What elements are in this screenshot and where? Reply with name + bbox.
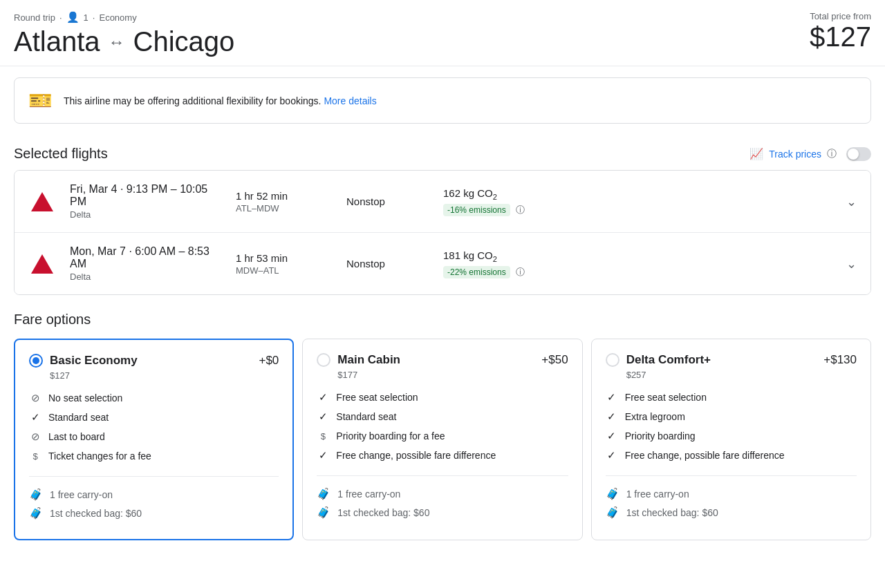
fare-card-header: Delta Comfort+ +$130: [606, 353, 857, 367]
expand-flight-icon[interactable]: ⌄: [846, 194, 857, 209]
track-prices-toggle[interactable]: [846, 147, 871, 161]
carry-on-text: 1 free carry-on: [626, 489, 689, 500]
checked-bag: 🧳 1st checked bag: $60: [29, 506, 279, 520]
feature-text: Standard seat: [48, 412, 109, 423]
feature-text: Free seat selection: [625, 392, 707, 403]
track-prices-icon: 📈: [749, 147, 763, 160]
toggle-knob: [848, 149, 859, 160]
checked-bag-text: 1st checked bag: $60: [337, 507, 429, 518]
fare-price-diff-comfort: +$130: [823, 353, 857, 367]
carry-on-bag: 🧳 1 free carry-on: [317, 487, 568, 500]
total-price-value: $127: [810, 21, 871, 53]
flight-emissions: 181 kg CO2 -22% emissions ⓘ: [443, 249, 832, 278]
time-separator: ·: [120, 183, 127, 195]
fare-divider: [317, 475, 568, 476]
fare-cards-container: Basic Economy +$0 $127 ⊘ No seat selecti…: [14, 339, 871, 540]
route-header: Atlanta ↔ Chicago: [14, 26, 234, 57]
fare-card-comfort[interactable]: Delta Comfort+ +$130 $257 ✓ Free seat se…: [591, 339, 871, 540]
selected-flights-title: Selected flights: [14, 146, 108, 162]
dollar-icon: $: [317, 430, 329, 442]
checked-bag-text: 1st checked bag: $60: [50, 508, 142, 519]
fare-feature: ✓ Extra legroom: [606, 410, 857, 423]
emissions-info-icon[interactable]: ⓘ: [516, 205, 525, 215]
total-price-label: Total price from: [810, 11, 871, 21]
fare-feature: $ Priority boarding for a fee: [317, 430, 568, 442]
feature-text: Priority boarding: [625, 430, 696, 442]
flight-route: MDW–ATL: [236, 265, 333, 276]
flight-airline: Delta: [70, 209, 222, 220]
check-icon: ✓: [606, 410, 618, 423]
fare-radio-comfort[interactable]: [606, 353, 620, 367]
fare-features-main: ✓ Free seat selection ✓ Standard seat $ …: [317, 391, 568, 462]
fare-feature: ✓ Standard seat: [317, 410, 568, 423]
fare-feature: ✓ Free seat selection: [606, 391, 857, 404]
checked-bag: 🧳 1st checked bag: $60: [606, 506, 857, 519]
co2-value: 181 kg CO2: [443, 249, 832, 263]
time-separator: ·: [129, 245, 135, 257]
fare-card-basic[interactable]: Basic Economy +$0 $127 ⊘ No seat selecti…: [14, 339, 294, 540]
fare-card-header: Main Cabin +$50: [317, 353, 568, 367]
fare-feature: ✓ Standard seat: [29, 411, 279, 424]
fare-base-price-main: $177: [337, 370, 568, 380]
route-arrow: ↔: [109, 32, 125, 52]
flexibility-banner: 🎫 This airline may be offering additiona…: [14, 77, 871, 124]
check-icon: ✓: [606, 430, 618, 442]
trip-info: Round trip · 👤 1 · Economy: [14, 11, 234, 23]
dollar-icon: $: [29, 450, 41, 462]
flight-stops: Nonstop: [346, 196, 429, 207]
feature-text: Free seat selection: [336, 392, 418, 403]
fare-feature: ⊘ No seat selection: [29, 392, 279, 404]
airline-logo: [28, 250, 56, 278]
fare-feature: $ Ticket changes for a fee: [29, 450, 279, 462]
bag-icon: 🧳: [317, 487, 330, 500]
feature-text: Priority boarding for a fee: [336, 430, 445, 442]
fare-base-price-comfort: $257: [626, 370, 857, 380]
flight-row: Fri, Mar 4 · 9:13 PM – 10:05 PM Delta 1 …: [15, 171, 870, 233]
duration-value: 1 hr 53 min: [236, 252, 333, 264]
fare-options-title: Fare options: [14, 312, 871, 328]
check-icon: ✓: [606, 391, 618, 404]
dot-separator: ·: [59, 12, 62, 23]
fare-radio-basic[interactable]: [29, 354, 43, 368]
airline-logo: [28, 188, 56, 216]
fare-feature: ✓ Free change, possible fare difference: [606, 449, 857, 462]
checked-bag-icon: 🧳: [29, 506, 43, 520]
track-prices-control[interactable]: 📈 Track prices ⓘ: [749, 147, 871, 161]
flight-times: Fri, Mar 4 · 9:13 PM – 10:05 PM Delta: [70, 183, 222, 220]
flight-emissions: 162 kg CO2 -16% emissions ⓘ: [443, 187, 832, 216]
emissions-info-icon[interactable]: ⓘ: [516, 267, 525, 277]
person-icon: 👤: [66, 11, 80, 23]
fare-feature: ✓ Priority boarding: [606, 430, 857, 442]
check-icon: ✓: [606, 449, 618, 462]
co2-value: 162 kg CO2: [443, 187, 832, 201]
fare-divider: [606, 475, 857, 476]
flight-time-range: Mon, Mar 7 · 6:00 AM – 8:53 AM: [70, 245, 222, 270]
feature-text: No seat selection: [48, 392, 122, 404]
fare-feature: ✓ Free change, possible fare difference: [317, 449, 568, 462]
flight-time-range: Fri, Mar 4 · 9:13 PM – 10:05 PM: [70, 183, 222, 208]
flight-day: Fri, Mar 4: [70, 183, 117, 195]
flight-day: Mon, Mar 7: [70, 245, 126, 257]
dot-separator2: ·: [93, 12, 95, 23]
emissions-badge: -16% emissions: [443, 204, 510, 216]
fare-radio-main[interactable]: [317, 353, 330, 367]
checked-bag-icon: 🧳: [606, 506, 620, 519]
banner-message: This airline may be offering additional …: [64, 95, 322, 106]
fare-name-basic: Basic Economy: [50, 354, 252, 368]
fare-card-main[interactable]: Main Cabin +$50 $177 ✓ Free seat selecti…: [302, 339, 582, 540]
fare-base-price-basic: $127: [50, 370, 279, 381]
carry-on-text: 1 free carry-on: [50, 489, 113, 500]
feature-text: Free change, possible fare difference: [336, 450, 496, 461]
flight-duration: 1 hr 52 min ATL–MDW: [236, 190, 333, 214]
bag-icon: 🧳: [606, 487, 620, 500]
radio-inner: [32, 357, 39, 364]
expand-flight-icon[interactable]: ⌄: [846, 256, 857, 272]
track-prices-label: Track prices: [769, 149, 821, 160]
flights-list: Fri, Mar 4 · 9:13 PM – 10:05 PM Delta 1 …: [14, 170, 871, 295]
check-icon: ✓: [317, 410, 329, 423]
fare-features-comfort: ✓ Free seat selection ✓ Extra legroom ✓ …: [606, 391, 857, 462]
flight-duration: 1 hr 53 min MDW–ATL: [236, 252, 333, 276]
no-icon: ⊘: [29, 392, 41, 404]
header-left: Round trip · 👤 1 · Economy Atlanta ↔ Chi…: [14, 11, 234, 57]
more-details-link[interactable]: More details: [324, 95, 376, 106]
